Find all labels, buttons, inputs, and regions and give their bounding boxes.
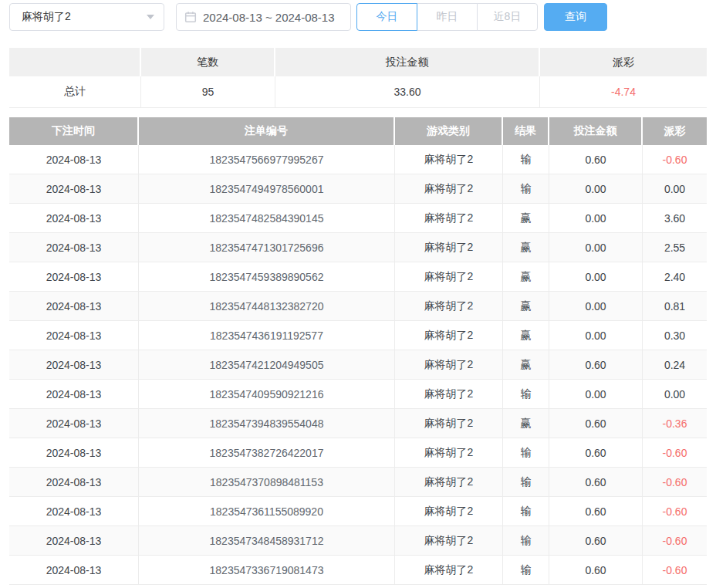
cell-bet-id: 1823547482584390145 [139, 204, 395, 233]
cell-bet-amount: 0.60 [549, 145, 643, 174]
cell-game-type: 麻将胡了2 [395, 174, 503, 204]
table-row: 2024-08-131823547459389890562麻将胡了2赢0.002… [9, 262, 707, 292]
cell-bet-id: 1823547566977995267 [139, 145, 395, 174]
cell-bet-id: 1823547348458931712 [139, 526, 395, 556]
cell-payout: -0.60 [643, 497, 707, 526]
bet-records-table: 下注时间 注单编号 游戏类别 结果 投注金额 派彩 2024-08-131823… [9, 117, 707, 585]
cell-payout: -0.60 [643, 145, 707, 174]
last-8-days-button[interactable]: 近8日 [477, 3, 538, 31]
cell-bet-time: 2024-08-13 [9, 556, 139, 585]
table-row: 2024-08-131823547336719081473麻将胡了2输0.60-… [9, 556, 707, 585]
table-row: 2024-08-131823547348458931712麻将胡了2输0.60-… [9, 526, 707, 556]
date-quick-filters: 今日 昨日 近8日 [356, 3, 538, 31]
cell-payout: 0.30 [643, 321, 707, 350]
cell-result: 输 [503, 438, 549, 468]
cell-game-type: 麻将胡了2 [395, 233, 503, 262]
yesterday-button[interactable]: 昨日 [417, 3, 478, 31]
summary-header-blank [9, 48, 141, 76]
summary-total-payout: -4.74 [540, 76, 707, 108]
summary-total-label: 总计 [9, 76, 141, 108]
cell-bet-id: 1823547336719081473 [139, 556, 395, 585]
bet-records-page: 麻将胡了2 2024-08-13 ~ 2024-08-13 今日 昨日 近8日 … [0, 0, 716, 588]
cell-bet-id: 1823547459389890562 [139, 262, 395, 292]
table-row: 2024-08-131823547482584390145麻将胡了2赢0.003… [9, 204, 707, 233]
cell-payout: 0.00 [643, 174, 707, 204]
summary-total-bet-amount: 33.60 [275, 76, 540, 108]
cell-payout: 0.81 [643, 292, 707, 321]
summary-header-row: 笔数 投注金额 派彩 [9, 48, 707, 76]
cell-payout: 0.24 [643, 350, 707, 380]
cell-bet-amount: 0.00 [549, 262, 643, 292]
cell-bet-id: 1823547494978560001 [139, 174, 395, 204]
cell-result: 输 [503, 468, 549, 497]
cell-bet-id: 1823547361155089920 [139, 497, 395, 526]
bet-table-header-row: 下注时间 注单编号 游戏类别 结果 投注金额 派彩 [9, 117, 707, 145]
cell-result: 赢 [503, 233, 549, 262]
cell-bet-id: 1823547382726422017 [139, 438, 395, 468]
cell-bet-id: 1823547409590921216 [139, 380, 395, 409]
cell-payout: 0.00 [643, 380, 707, 409]
table-row: 2024-08-131823547421204949505麻将胡了2赢0.600… [9, 350, 707, 380]
cell-bet-amount: 0.00 [549, 204, 643, 233]
cell-bet-time: 2024-08-13 [9, 350, 139, 380]
cell-bet-id: 1823547471301725696 [139, 233, 395, 262]
cell-bet-id: 1823547370898481153 [139, 468, 395, 497]
cell-game-type: 麻将胡了2 [395, 145, 503, 174]
cell-bet-id: 1823547421204949505 [139, 350, 395, 380]
game-select[interactable]: 麻将胡了2 [9, 3, 164, 31]
cell-bet-amount: 0.00 [549, 321, 643, 350]
cell-bet-amount: 0.00 [549, 380, 643, 409]
summary-total-row: 总计 95 33.60 -4.74 [9, 76, 707, 108]
table-row: 2024-08-131823547448132382720麻将胡了2赢0.000… [9, 292, 707, 321]
header-bet-amount: 投注金额 [549, 117, 643, 145]
cell-game-type: 麻将胡了2 [395, 380, 503, 409]
cell-result: 赢 [503, 321, 549, 350]
cell-result: 输 [503, 497, 549, 526]
table-row: 2024-08-131823547566977995267麻将胡了2输0.60-… [9, 145, 707, 174]
table-row: 2024-08-131823547382726422017麻将胡了2输0.60-… [9, 438, 707, 468]
cell-result: 输 [503, 556, 549, 585]
cell-bet-amount: 0.60 [549, 497, 643, 526]
cell-result: 赢 [503, 292, 549, 321]
table-row: 2024-08-131823547409590921216麻将胡了2输0.000… [9, 380, 707, 409]
cell-result: 赢 [503, 350, 549, 380]
cell-result: 赢 [503, 409, 549, 438]
table-row: 2024-08-131823547471301725696麻将胡了2赢0.002… [9, 233, 707, 262]
cell-bet-time: 2024-08-13 [9, 292, 139, 321]
game-select-value: 麻将胡了2 [22, 10, 71, 24]
cell-bet-time: 2024-08-13 [9, 380, 139, 409]
cell-bet-time: 2024-08-13 [9, 174, 139, 204]
cell-bet-id: 1823547394839554048 [139, 409, 395, 438]
cell-bet-time: 2024-08-13 [9, 526, 139, 556]
summary-table: 笔数 投注金额 派彩 总计 95 33.60 -4.74 [9, 48, 707, 108]
today-button[interactable]: 今日 [356, 3, 417, 31]
cell-game-type: 麻将胡了2 [395, 409, 503, 438]
cell-bet-amount: 0.60 [549, 556, 643, 585]
cell-game-type: 麻将胡了2 [395, 321, 503, 350]
table-row: 2024-08-131823547370898481153麻将胡了2输0.60-… [9, 468, 707, 497]
header-bet-time: 下注时间 [9, 117, 139, 145]
cell-game-type: 麻将胡了2 [395, 292, 503, 321]
query-button[interactable]: 查询 [544, 3, 607, 31]
cell-game-type: 麻将胡了2 [395, 204, 503, 233]
cell-game-type: 麻将胡了2 [395, 526, 503, 556]
filter-toolbar: 麻将胡了2 2024-08-13 ~ 2024-08-13 今日 昨日 近8日 … [9, 3, 707, 31]
summary-total-count: 95 [141, 76, 275, 108]
table-row: 2024-08-131823547361155089920麻将胡了2输0.60-… [9, 497, 707, 526]
cell-bet-time: 2024-08-13 [9, 497, 139, 526]
summary-header-bet-amount: 投注金额 [275, 48, 540, 76]
bet-table-body: 2024-08-131823547566977995267麻将胡了2输0.60-… [9, 145, 707, 585]
cell-bet-amount: 0.60 [549, 468, 643, 497]
date-range-input[interactable]: 2024-08-13 ~ 2024-08-13 [176, 3, 351, 31]
cell-payout: -0.36 [643, 409, 707, 438]
cell-result: 输 [503, 380, 549, 409]
cell-bet-amount: 0.00 [549, 292, 643, 321]
table-row: 2024-08-131823547494978560001麻将胡了2输0.000… [9, 174, 707, 204]
cell-bet-time: 2024-08-13 [9, 438, 139, 468]
cell-game-type: 麻将胡了2 [395, 556, 503, 585]
cell-bet-amount: 0.60 [549, 438, 643, 468]
cell-bet-time: 2024-08-13 [9, 468, 139, 497]
cell-bet-time: 2024-08-13 [9, 204, 139, 233]
cell-result: 输 [503, 526, 549, 556]
header-game-type: 游戏类别 [395, 117, 503, 145]
